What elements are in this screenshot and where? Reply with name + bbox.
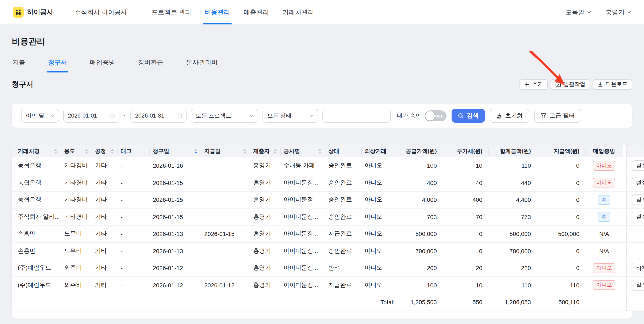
tab-invoice[interactable]: 청구서 (47, 54, 68, 72)
sort-icon[interactable] (54, 149, 58, 154)
table-row[interactable]: 농협은행기타경비기타-2026-01-15홍영기아이디문정...승인완료아니오4… (12, 191, 644, 208)
cell-usage: 외주비 (61, 277, 92, 294)
column-header-vendor[interactable]: 거래처명 (12, 145, 61, 157)
cell-project: 아이디문정... (280, 174, 325, 191)
help-menu[interactable]: 도움말 (566, 8, 591, 16)
filter-funnel-icon (540, 113, 546, 119)
column-label: 공정 (95, 148, 106, 155)
section-header: 청구서 추가 일괄작업 다운로드 (12, 78, 632, 91)
cell-total: 773 (488, 208, 537, 225)
column-header-pay_date[interactable]: 지급일 (201, 145, 250, 157)
table-row[interactable]: (주)예림우드외주비기타-2026-01-122026-01-12홍영기아이디문… (12, 277, 644, 294)
cell-total: 440 (488, 174, 537, 191)
cell-process: 기타 (92, 191, 117, 208)
cell-vat: 0 (443, 242, 488, 260)
column-header-status: 상태 (325, 145, 361, 157)
add-button[interactable]: 추가 (520, 79, 548, 90)
cell-status: 승인완료 (325, 242, 361, 260)
column-label: 부가세(원) (457, 148, 482, 155)
table-footer-strip (12, 311, 644, 319)
table-body: 농협은행기타경비기타-2026-01-16홍영기수내동 카페 ...승인완료아니… (12, 157, 644, 311)
keyword-input[interactable] (322, 109, 391, 123)
tab-hq-management[interactable]: 본사관리비 (185, 54, 218, 72)
cell-process: 기타 (92, 208, 117, 225)
sort-icon[interactable] (274, 149, 277, 154)
total-usage (61, 294, 92, 311)
table-row[interactable]: (주)예림우드외주비기타-2026-01-12홍영기아이디문정...반려아니오2… (12, 260, 644, 277)
column-header-bill_date[interactable]: 청구일 (150, 145, 201, 157)
nav-item-project[interactable]: 프로젝트 관리 (151, 0, 192, 24)
date-from-input[interactable]: 2026-01-01 (63, 109, 120, 123)
nav-item-sales[interactable]: 매출관리 (243, 0, 270, 24)
nav-item-clients[interactable]: 거래처관리 (282, 0, 315, 24)
footer-spacer (12, 311, 644, 319)
cell-bill_date: 2026-01-16 (150, 157, 201, 174)
cell-action (626, 242, 644, 260)
cell-vat: 10 (443, 157, 488, 174)
sort-icon[interactable] (110, 149, 114, 154)
row-settings-button[interactable]: 설정 (632, 212, 644, 222)
download-button[interactable]: 다운로드 (593, 79, 632, 90)
sort-icon[interactable] (243, 149, 246, 154)
column-header-project[interactable]: 공사명 (280, 145, 325, 157)
table-row[interactable]: 손흥민노무비기타-2026-01-132026-01-15홍영기아이디문정...… (12, 225, 644, 242)
tab-expense[interactable]: 지출 (12, 54, 26, 72)
tab-purchase-evidence[interactable]: 매입증빙 (89, 54, 116, 72)
table-row[interactable]: 주식회사 알리...기타경비기타-2026-01-15홍영기아이디문정...승인… (12, 208, 644, 225)
date-to-input[interactable]: 2026-01-31 (130, 109, 186, 123)
advanced-filter-button[interactable]: 고급 필터 (534, 109, 581, 123)
cell-project: 아이디문정... (280, 225, 325, 242)
total-project (280, 294, 325, 311)
cell-paid: 110 (537, 277, 585, 294)
cell-action (626, 225, 644, 242)
cell-vendor: 손흥민 (12, 242, 61, 260)
cell-vendor: (주)예림우드 (12, 277, 61, 294)
row-delete-button[interactable]: 삭제 (632, 263, 644, 273)
cell-pay_date (201, 174, 250, 191)
user-name: 홍영기 (606, 8, 624, 16)
evidence-badge: 아니오 (593, 280, 616, 290)
column-label: 거래처명 (18, 148, 40, 155)
bulk-action-button[interactable]: 일괄작업 (551, 79, 590, 90)
row-settings-button[interactable]: 설정 (632, 177, 644, 188)
column-header-usage[interactable]: 용도 (61, 145, 92, 157)
sort-icon[interactable] (318, 149, 322, 154)
column-header-total: 합계금액(원) (488, 145, 537, 157)
search-button[interactable]: 검색 (452, 109, 485, 123)
cell-project: 수내동 카페 ... (280, 157, 325, 174)
column-label: 태그 (121, 148, 132, 155)
sort-icon[interactable] (85, 149, 88, 154)
nav-item-expense[interactable]: 비용관리 (204, 0, 231, 24)
brand-area[interactable]: 하이공사 (13, 0, 53, 24)
cell-usage: 기타경비 (61, 191, 92, 208)
cell-status: 승인완료 (325, 157, 361, 174)
column-header-submitter[interactable]: 제출자 (250, 145, 280, 157)
brand-name: 하이공사 (27, 8, 53, 17)
cell-evidence: 아니오 (585, 260, 623, 277)
total-label: Total: (361, 294, 400, 311)
sort-icon[interactable] (194, 149, 198, 154)
table-row[interactable]: 손흥민노무비기타-2026-01-13홍영기아이디문정...승인완료아니오700… (12, 242, 644, 260)
column-header-process[interactable]: 공정 (92, 145, 117, 157)
table-row[interactable]: 농협은행기타경비기타-2026-01-15홍영기아이디문정...승인완료아니오4… (12, 174, 644, 191)
reset-button[interactable]: 초기화 (490, 109, 529, 123)
column-label: 청구일 (153, 148, 169, 155)
cell-paid: 0 (537, 174, 585, 191)
total-supply: 1,205,503 (400, 294, 443, 311)
total-pay_date (201, 294, 250, 311)
period-select[interactable]: 이번 달 (21, 109, 59, 123)
chevron-down-icon (50, 114, 54, 118)
table-row[interactable]: 농협은행기타경비기타-2026-01-16홍영기수내동 카페 ...승인완료아니… (12, 157, 644, 174)
row-settings-button[interactable]: 설정 (632, 195, 644, 205)
cell-vat: 400 (443, 191, 488, 208)
project-select[interactable]: 모든 프로젝트 (191, 109, 258, 123)
row-settings-button[interactable]: 설정 (632, 160, 644, 171)
calendar-icon (109, 113, 115, 118)
my-approval-toggle[interactable]: OFF (424, 110, 446, 121)
cell-project: 아이디문정... (280, 260, 325, 277)
user-menu[interactable]: 홍영기 (606, 8, 631, 16)
status-select[interactable]: 모든 상태 (262, 109, 318, 123)
tab-reimbursement[interactable]: 경비환급 (137, 54, 164, 72)
download-icon (598, 82, 603, 87)
row-settings-button[interactable]: 설정 (632, 280, 644, 291)
